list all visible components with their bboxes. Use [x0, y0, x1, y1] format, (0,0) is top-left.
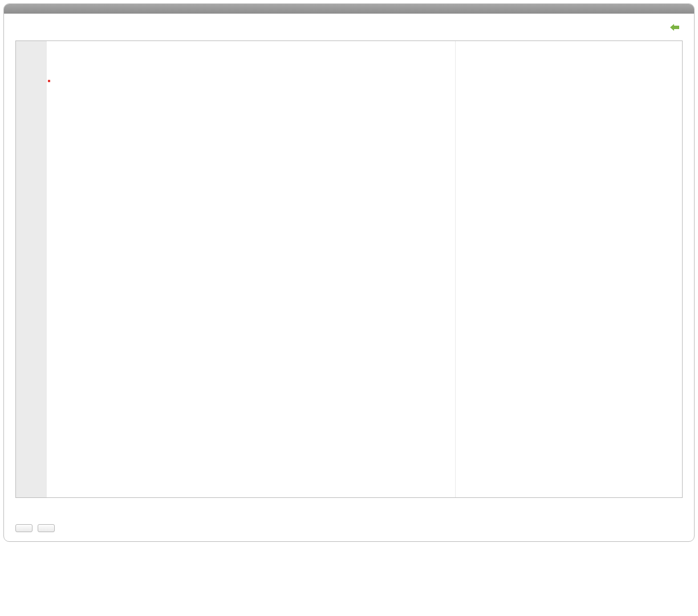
editor-hint: [15, 498, 683, 502]
breadcrumb: [4, 4, 694, 14]
back-link[interactable]: [670, 24, 683, 31]
code-editor[interactable]: [15, 40, 683, 498]
highlight-annotation: [48, 80, 50, 82]
print-margin: [455, 41, 456, 497]
line-gutter: [16, 41, 47, 497]
code-content[interactable]: [47, 41, 682, 497]
save-button[interactable]: [15, 524, 33, 532]
arrow-left-icon: [670, 24, 679, 31]
save-close-button[interactable]: [38, 524, 55, 532]
svg-marker-0: [670, 24, 679, 31]
main-panel: [3, 3, 695, 542]
